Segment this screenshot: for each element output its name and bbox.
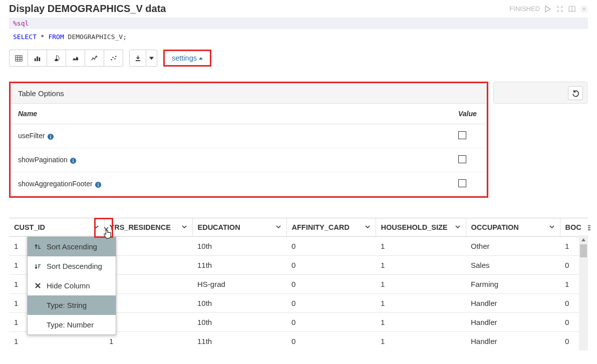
svg-point-10 xyxy=(111,59,112,60)
status-label: FINISHED xyxy=(509,5,540,13)
col-header-aff[interactable]: AFFINITY_CARD xyxy=(286,218,376,237)
code-sql-line: SELECT * FROM DEMOGRAPHICS_V; xyxy=(9,29,588,41)
col-header-boc[interactable]: BOC xyxy=(560,218,588,237)
option-showaggfooter-checkbox[interactable] xyxy=(458,179,466,187)
cell-edu: 11th xyxy=(192,332,286,351)
run-icon[interactable] xyxy=(544,5,552,13)
menu-type-number[interactable]: Type: Number xyxy=(28,315,116,334)
option-showpagination-checkbox[interactable] xyxy=(458,155,466,163)
download-button[interactable] xyxy=(129,50,146,67)
cell-aff: 0 xyxy=(286,256,376,275)
cell-yrs: 1 xyxy=(104,313,192,332)
download-dropdown-button[interactable] xyxy=(146,50,157,67)
chevron-down-icon[interactable] xyxy=(181,223,187,231)
info-icon[interactable] xyxy=(47,133,54,140)
svg-point-18 xyxy=(50,135,51,136)
svg-point-11 xyxy=(112,57,113,58)
cell-yrs: 1 xyxy=(104,332,192,351)
option-usefilter-checkbox[interactable] xyxy=(458,131,466,139)
svg-marker-0 xyxy=(545,6,550,12)
cell-aff: 0 xyxy=(286,313,376,332)
chevron-down-icon[interactable] xyxy=(549,223,555,231)
option-showaggfooter-label: showAggregationFooter xyxy=(18,180,93,188)
pie-chart-button[interactable] xyxy=(47,50,66,67)
col-header-hh[interactable]: HOUSEHOLD_SIZE xyxy=(376,218,466,237)
col-header-yrs[interactable]: YRS_RESIDENCE xyxy=(104,218,192,237)
menu-sort-asc[interactable]: Sort Ascending xyxy=(28,237,116,256)
code-editor[interactable]: %sql SELECT * FROM DEMOGRAPHICS_V; xyxy=(9,18,588,41)
option-showpagination-label: showPagination xyxy=(18,156,68,164)
cell-hh: 1 xyxy=(376,294,466,313)
viz-button-group xyxy=(9,50,123,67)
cell-hh: 1 xyxy=(376,237,466,256)
cell-occ: Other xyxy=(466,237,560,256)
scatter-chart-button[interactable] xyxy=(104,50,123,67)
cell-hh: 1 xyxy=(376,256,466,275)
col-header-occ[interactable]: OCCUPATION xyxy=(466,218,560,237)
table-options-panel: Table Options Name Value useFilter xyxy=(11,83,487,196)
svg-point-24 xyxy=(98,183,99,184)
collapse-icon[interactable] xyxy=(556,5,564,13)
settings-toggle[interactable]: settings xyxy=(166,51,209,65)
cell-occ: Farming xyxy=(466,275,560,294)
svg-point-12 xyxy=(114,58,115,59)
svg-rect-23 xyxy=(98,184,98,186)
sort-desc-icon xyxy=(34,263,42,270)
paragraph-actions: FINISHED xyxy=(509,5,588,13)
chevron-down-icon[interactable] xyxy=(275,223,281,231)
options-name-header: Name xyxy=(11,104,451,124)
cell-hh: 1 xyxy=(376,275,466,294)
reset-button[interactable] xyxy=(568,86,583,100)
cell-aff: 0 xyxy=(286,332,376,351)
area-chart-button[interactable] xyxy=(66,50,85,67)
svg-point-1 xyxy=(583,8,585,10)
cell-aff: 0 xyxy=(286,294,376,313)
cell-yrs: 1 xyxy=(104,256,192,275)
cell-edu: 11th xyxy=(192,256,286,275)
scrollbar-vertical[interactable] xyxy=(579,235,588,350)
options-value-header: Value xyxy=(451,104,486,124)
cell-yrs: 1 xyxy=(104,237,192,256)
cell-edu: HS-grad xyxy=(192,275,286,294)
cell-occ: Handler xyxy=(466,294,560,313)
table-view-button[interactable] xyxy=(9,50,28,67)
scrollbar-thumb[interactable] xyxy=(580,244,587,257)
svg-marker-15 xyxy=(149,57,154,60)
line-chart-button[interactable] xyxy=(85,50,104,67)
info-icon[interactable] xyxy=(70,157,77,164)
menu-sort-desc[interactable]: Sort Descending xyxy=(28,256,116,276)
chevron-down-icon[interactable] xyxy=(365,223,371,231)
download-button-group xyxy=(129,50,157,67)
svg-marker-30 xyxy=(581,238,585,241)
svg-rect-7 xyxy=(35,58,36,61)
book-icon[interactable] xyxy=(568,5,576,13)
gear-icon[interactable] xyxy=(580,5,588,13)
cell-yrs: 1 xyxy=(104,294,192,313)
col-header-edu[interactable]: EDUCATION xyxy=(192,218,286,237)
menu-hide-column[interactable]: Hide Column xyxy=(28,276,116,295)
svg-rect-8 xyxy=(37,56,38,61)
chevron-down-icon[interactable] xyxy=(455,223,461,231)
menu-type-string[interactable]: Type: String xyxy=(28,295,116,315)
chevron-down-icon[interactable] xyxy=(93,223,99,231)
column-context-menu: Sort Ascending Sort Descending Hide Colu… xyxy=(27,236,116,335)
cell-occ: Handler xyxy=(466,332,560,351)
info-icon[interactable] xyxy=(95,181,102,188)
cell-aff: 0 xyxy=(286,275,376,294)
cell-hh: 1 xyxy=(376,313,466,332)
caret-up-icon xyxy=(199,57,203,60)
col-header-custid[interactable]: CUST_ID xyxy=(9,218,104,237)
scroll-up-icon[interactable] xyxy=(579,235,588,244)
close-icon xyxy=(34,282,42,289)
right-panel xyxy=(493,82,587,104)
paragraph-title: Display DEMOGRAPHICS_V data xyxy=(9,3,166,15)
sort-asc-icon xyxy=(34,243,42,250)
svg-point-13 xyxy=(115,56,116,57)
svg-rect-17 xyxy=(50,136,51,138)
svg-rect-20 xyxy=(73,160,73,162)
bar-chart-button[interactable] xyxy=(28,50,47,67)
cell-occ: Handler xyxy=(466,313,560,332)
cell-hh: 1 xyxy=(376,332,466,351)
cell-yrs: 1 xyxy=(104,275,192,294)
svg-rect-2 xyxy=(15,55,22,61)
